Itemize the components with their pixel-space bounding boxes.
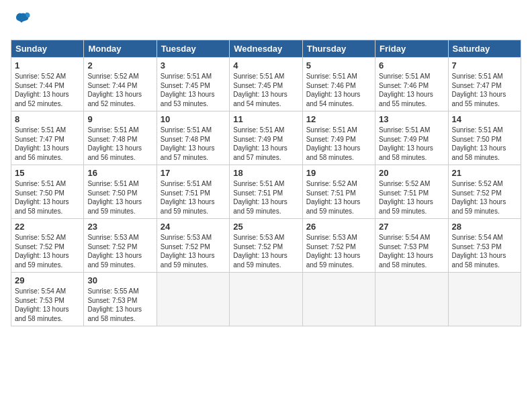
day-number: 1 — [15, 60, 80, 71]
cell-info: Sunrise: 5:54 AMSunset: 7:53 PMDaylight:… — [15, 287, 80, 323]
cell-info: Sunrise: 5:51 AMSunset: 7:48 PMDaylight:… — [87, 126, 152, 162]
day-number: 30 — [87, 275, 152, 285]
calendar-week-row: 1 Sunrise: 5:52 AMSunset: 7:44 PMDayligh… — [11, 58, 521, 111]
col-header-sunday: Sunday — [11, 40, 84, 58]
day-number: 23 — [87, 222, 152, 232]
cell-info: Sunrise: 5:51 AMSunset: 7:49 PMDaylight:… — [233, 126, 298, 162]
col-header-monday: Monday — [84, 40, 157, 58]
cell-info: Sunrise: 5:51 AMSunset: 7:46 PMDaylight:… — [379, 72, 444, 108]
calendar-cell — [157, 273, 229, 326]
day-number: 19 — [306, 168, 371, 178]
day-number: 17 — [161, 168, 226, 178]
cell-info: Sunrise: 5:51 AMSunset: 7:48 PMDaylight:… — [161, 126, 226, 162]
calendar-cell: 1 Sunrise: 5:52 AMSunset: 7:44 PMDayligh… — [11, 58, 84, 111]
calendar-cell: 25 Sunrise: 5:53 AMSunset: 7:52 PMDaylig… — [230, 219, 302, 273]
cell-info: Sunrise: 5:51 AMSunset: 7:49 PMDaylight:… — [306, 126, 371, 162]
cell-info: Sunrise: 5:51 AMSunset: 7:45 PMDaylight:… — [233, 72, 298, 108]
col-header-tuesday: Tuesday — [157, 40, 229, 58]
cell-info: Sunrise: 5:51 AMSunset: 7:49 PMDaylight:… — [379, 126, 444, 162]
calendar-cell: 30 Sunrise: 5:55 AMSunset: 7:53 PMDaylig… — [84, 273, 157, 326]
col-header-saturday: Saturday — [448, 40, 521, 58]
calendar-header-row: SundayMondayTuesdayWednesdayThursdayFrid… — [11, 40, 521, 58]
calendar-cell: 6 Sunrise: 5:51 AMSunset: 7:46 PMDayligh… — [375, 58, 448, 111]
calendar-table: SundayMondayTuesdayWednesdayThursdayFrid… — [11, 40, 521, 326]
cell-info: Sunrise: 5:51 AMSunset: 7:47 PMDaylight:… — [15, 126, 80, 162]
day-number: 25 — [233, 222, 298, 232]
calendar-cell: 13 Sunrise: 5:51 AMSunset: 7:49 PMDaylig… — [375, 111, 448, 165]
calendar-cell: 9 Sunrise: 5:51 AMSunset: 7:48 PMDayligh… — [84, 111, 157, 165]
calendar-cell: 14 Sunrise: 5:51 AMSunset: 7:50 PMDaylig… — [448, 111, 521, 165]
day-number: 12 — [306, 114, 371, 124]
day-number: 26 — [306, 222, 371, 232]
cell-info: Sunrise: 5:52 AMSunset: 7:51 PMDaylight:… — [379, 179, 444, 216]
day-number: 11 — [233, 114, 298, 124]
cell-info: Sunrise: 5:51 AMSunset: 7:50 PMDaylight:… — [15, 179, 80, 216]
day-number: 4 — [233, 60, 298, 71]
day-number: 16 — [87, 168, 152, 178]
calendar-week-row: 15 Sunrise: 5:51 AMSunset: 7:50 PMDaylig… — [11, 165, 521, 219]
cell-info: Sunrise: 5:51 AMSunset: 7:51 PMDaylight:… — [233, 179, 298, 216]
calendar-cell: 28 Sunrise: 5:54 AMSunset: 7:53 PMDaylig… — [448, 219, 521, 273]
cell-info: Sunrise: 5:51 AMSunset: 7:50 PMDaylight:… — [452, 126, 517, 162]
calendar-cell: 29 Sunrise: 5:54 AMSunset: 7:53 PMDaylig… — [11, 273, 84, 326]
cell-info: Sunrise: 5:51 AMSunset: 7:45 PMDaylight:… — [161, 72, 226, 108]
calendar-cell: 15 Sunrise: 5:51 AMSunset: 7:50 PMDaylig… — [11, 165, 84, 219]
day-number: 20 — [379, 168, 444, 178]
calendar-cell: 18 Sunrise: 5:51 AMSunset: 7:51 PMDaylig… — [230, 165, 302, 219]
day-number: 21 — [452, 168, 517, 178]
cell-info: Sunrise: 5:53 AMSunset: 7:52 PMDaylight:… — [306, 233, 371, 269]
cell-info: Sunrise: 5:55 AMSunset: 7:53 PMDaylight:… — [87, 287, 152, 323]
day-number: 9 — [87, 114, 152, 124]
cell-info: Sunrise: 5:52 AMSunset: 7:52 PMDaylight:… — [15, 233, 80, 269]
col-header-friday: Friday — [375, 40, 448, 58]
calendar-cell: 26 Sunrise: 5:53 AMSunset: 7:52 PMDaylig… — [302, 219, 375, 273]
calendar-cell: 5 Sunrise: 5:51 AMSunset: 7:46 PMDayligh… — [302, 58, 375, 111]
cell-info: Sunrise: 5:54 AMSunset: 7:53 PMDaylight:… — [452, 233, 517, 269]
day-number: 22 — [15, 222, 80, 232]
col-header-wednesday: Wednesday — [230, 40, 302, 58]
day-number: 13 — [379, 114, 444, 124]
calendar-cell: 22 Sunrise: 5:52 AMSunset: 7:52 PMDaylig… — [11, 219, 84, 273]
cell-info: Sunrise: 5:51 AMSunset: 7:46 PMDaylight:… — [306, 72, 371, 108]
cell-info: Sunrise: 5:53 AMSunset: 7:52 PMDaylight:… — [161, 233, 226, 269]
day-number: 18 — [233, 168, 298, 178]
calendar-cell: 8 Sunrise: 5:51 AMSunset: 7:47 PMDayligh… — [11, 111, 84, 165]
cell-info: Sunrise: 5:52 AMSunset: 7:44 PMDaylight:… — [15, 72, 80, 108]
cell-info: Sunrise: 5:51 AMSunset: 7:50 PMDaylight:… — [87, 179, 152, 216]
day-number: 14 — [452, 114, 517, 124]
calendar-cell: 17 Sunrise: 5:51 AMSunset: 7:51 PMDaylig… — [157, 165, 229, 219]
day-number: 3 — [161, 60, 226, 71]
calendar-cell: 4 Sunrise: 5:51 AMSunset: 7:45 PMDayligh… — [230, 58, 302, 111]
day-number: 29 — [15, 275, 80, 285]
calendar-cell: 3 Sunrise: 5:51 AMSunset: 7:45 PMDayligh… — [157, 58, 229, 111]
page-header — [11, 11, 521, 33]
calendar-cell: 11 Sunrise: 5:51 AMSunset: 7:49 PMDaylig… — [230, 111, 302, 165]
logo — [11, 11, 31, 33]
cell-info: Sunrise: 5:52 AMSunset: 7:52 PMDaylight:… — [452, 179, 517, 216]
calendar-cell: 21 Sunrise: 5:52 AMSunset: 7:52 PMDaylig… — [448, 165, 521, 219]
day-number: 7 — [452, 60, 517, 71]
calendar-cell: 7 Sunrise: 5:51 AMSunset: 7:47 PMDayligh… — [448, 58, 521, 111]
day-number: 8 — [15, 114, 80, 124]
calendar-week-row: 22 Sunrise: 5:52 AMSunset: 7:52 PMDaylig… — [11, 219, 521, 273]
day-number: 28 — [452, 222, 517, 232]
calendar-cell: 23 Sunrise: 5:53 AMSunset: 7:52 PMDaylig… — [84, 219, 157, 273]
day-number: 10 — [161, 114, 226, 124]
cell-info: Sunrise: 5:53 AMSunset: 7:52 PMDaylight:… — [87, 233, 152, 269]
calendar-cell: 20 Sunrise: 5:52 AMSunset: 7:51 PMDaylig… — [375, 165, 448, 219]
calendar-cell — [375, 273, 448, 326]
cell-info: Sunrise: 5:51 AMSunset: 7:51 PMDaylight:… — [161, 179, 226, 216]
day-number: 5 — [306, 60, 371, 71]
cell-info: Sunrise: 5:51 AMSunset: 7:47 PMDaylight:… — [452, 72, 517, 108]
logo-bird-icon — [12, 11, 31, 30]
calendar-cell: 16 Sunrise: 5:51 AMSunset: 7:50 PMDaylig… — [84, 165, 157, 219]
day-number: 24 — [161, 222, 226, 232]
calendar-cell: 19 Sunrise: 5:52 AMSunset: 7:51 PMDaylig… — [302, 165, 375, 219]
calendar-cell: 24 Sunrise: 5:53 AMSunset: 7:52 PMDaylig… — [157, 219, 229, 273]
calendar-cell: 27 Sunrise: 5:54 AMSunset: 7:53 PMDaylig… — [375, 219, 448, 273]
calendar-cell: 10 Sunrise: 5:51 AMSunset: 7:48 PMDaylig… — [157, 111, 229, 165]
calendar-cell — [302, 273, 375, 326]
day-number: 15 — [15, 168, 80, 178]
col-header-thursday: Thursday — [302, 40, 375, 58]
calendar-week-row: 8 Sunrise: 5:51 AMSunset: 7:47 PMDayligh… — [11, 111, 521, 165]
